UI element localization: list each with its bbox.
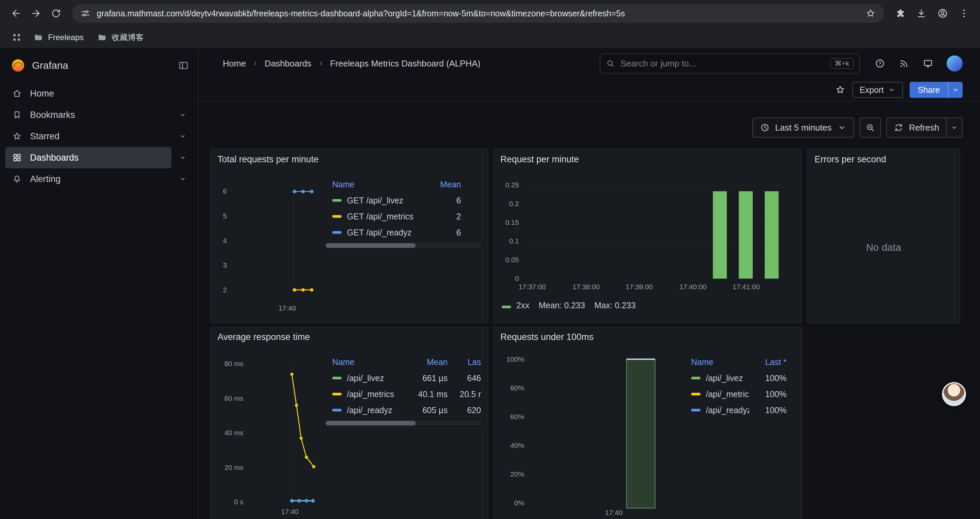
refresh-interval-caret[interactable] — [947, 118, 963, 137]
legend-row[interactable]: /api/_livez 100% — [686, 370, 795, 386]
svg-text:0.05: 0.05 — [505, 256, 519, 263]
legend-row[interactable]: /api/_readyz 605 µs 620 — [326, 402, 481, 418]
sidebar-item-label: Starred — [30, 131, 60, 142]
time-range-picker[interactable]: Last 5 minutes — [752, 118, 854, 137]
back-button[interactable] — [7, 4, 25, 23]
legend-row[interactable]: GET /api/_metrics 2 — [326, 208, 481, 224]
legend-scrollbar[interactable] — [326, 243, 481, 248]
extensions-icon[interactable] — [891, 4, 909, 23]
chevron-down-icon[interactable] — [172, 175, 194, 183]
breadcrumb-separator-icon — [251, 59, 259, 67]
sidebar-item-label: Home — [30, 88, 54, 99]
legend-scrollbar[interactable] — [326, 421, 481, 425]
scrollbar-thumb[interactable] — [326, 243, 415, 248]
url-text: grafana.mathmast.com/d/deytv4rwavabkb/fr… — [97, 9, 865, 18]
zoom-out-button[interactable] — [859, 118, 881, 137]
reload-button[interactable] — [47, 4, 65, 23]
bookmark-star-icon[interactable] — [865, 8, 876, 19]
forward-button[interactable] — [27, 4, 45, 23]
breadcrumb-separator-icon — [317, 59, 325, 67]
chevron-down-icon[interactable] — [172, 153, 194, 162]
panel-title[interactable]: Errors per second — [815, 154, 886, 164]
legend-table: Name Last * /api/_livez 100% /api/_metri… — [686, 354, 795, 418]
search-input[interactable] — [620, 58, 830, 69]
dashboard-canvas: Last 5 minutes Refresh — [199, 102, 980, 519]
sidebar-item-starred[interactable]: Starred — [0, 126, 198, 147]
bookmark-folder-freeleaps[interactable]: Freeleaps — [28, 30, 89, 45]
legend-row[interactable]: GET /api/_readyz 6 — [326, 224, 481, 241]
legend-col-last[interactable]: Las — [453, 357, 481, 367]
legend-inline[interactable]: 2xx Mean: 0.233 Max: 0.233 — [502, 300, 636, 310]
legend-row[interactable]: /api/_metrics 40.1 ms 20.5 r — [326, 386, 481, 402]
svg-text:0: 0 — [515, 275, 519, 282]
user-avatar[interactable] — [947, 56, 963, 72]
breadcrumb-dashboards[interactable]: Dashboards — [264, 58, 311, 69]
site-settings-icon[interactable] — [80, 8, 91, 19]
sidebar-item-alerting[interactable]: Alerting — [0, 168, 198, 190]
legend-col-name[interactable]: Name — [691, 357, 749, 367]
share-button[interactable]: Share — [910, 82, 948, 98]
grafana-app: Grafana Home Bookmarks — [0, 48, 980, 519]
panel-title[interactable]: Request per minute — [500, 154, 579, 164]
folder-icon — [97, 32, 107, 42]
panel-title[interactable]: Total requests per minute — [218, 154, 318, 164]
dock-menu-icon[interactable] — [178, 60, 189, 71]
legend-col-mean[interactable]: Mean — [406, 357, 448, 367]
svg-text:40%: 40% — [510, 442, 524, 449]
svg-text:17:38:00: 17:38:00 — [573, 283, 600, 291]
main-area: Home Dashboards Freeleaps Metrics Dashbo… — [199, 48, 980, 519]
news-rss-icon[interactable] — [899, 58, 909, 69]
assistant-avatar[interactable] — [942, 382, 966, 406]
legend-col-name[interactable]: Name — [332, 357, 406, 367]
svg-text:20%: 20% — [510, 470, 524, 478]
chevron-down-icon[interactable] — [172, 111, 194, 119]
legend-col-last[interactable]: Last * — [749, 357, 786, 367]
sidebar-item-home[interactable]: Home — [0, 83, 198, 104]
panel-title[interactable]: Average response time — [218, 332, 310, 342]
svg-text:17:40: 17:40 — [605, 509, 622, 516]
browser-menu-icon[interactable] — [955, 4, 973, 23]
no-data-message: No data — [808, 242, 959, 253]
svg-text:3: 3 — [223, 261, 227, 269]
clock-icon — [760, 123, 770, 133]
grafana-logo — [11, 58, 25, 73]
profile-icon[interactable] — [933, 4, 952, 23]
breadcrumb-home[interactable]: Home — [223, 58, 246, 69]
legend-row[interactable]: /api/_readyz 100% — [686, 402, 795, 418]
legend-col-name[interactable]: Name — [332, 180, 425, 189]
favorite-star-icon[interactable] — [835, 85, 846, 95]
downloads-icon[interactable] — [912, 4, 931, 23]
legend-row[interactable]: /api/_livez 661 µs 646 — [326, 370, 481, 386]
legend-max: Max: 0.233 — [594, 300, 636, 310]
legend-row[interactable]: /api/_metrics 100% — [686, 386, 795, 402]
search-icon — [606, 59, 615, 68]
search-box[interactable]: ⌘+k — [600, 53, 860, 73]
legend-col-mean[interactable]: Mean — [425, 180, 461, 189]
sidebar-item-dashboards[interactable]: Dashboards — [0, 147, 198, 168]
scrollbar-thumb[interactable] — [326, 421, 415, 425]
home-icon — [12, 88, 22, 99]
address-bar[interactable]: grafana.mathmast.com/d/deytv4rwavabkb/fr… — [72, 4, 884, 23]
apps-grid-icon[interactable] — [8, 29, 25, 46]
browser-toolbar: grafana.mathmast.com/d/deytv4rwavabkb/fr… — [0, 0, 980, 27]
svg-text:17:40: 17:40 — [278, 304, 296, 312]
panel-total-requests: Total requests per minute 6543217:40 Nam… — [210, 149, 488, 323]
panel-average-response-time: Average response time 80 ms60 ms40 ms20 … — [210, 327, 488, 519]
chevron-down-icon[interactable] — [172, 132, 194, 140]
export-button[interactable]: Export — [852, 82, 903, 98]
kiosk-monitor-icon[interactable] — [923, 58, 933, 69]
svg-text:0%: 0% — [514, 499, 524, 507]
svg-text:17:40: 17:40 — [281, 508, 299, 515]
svg-text:0.1: 0.1 — [509, 237, 519, 245]
sidebar-item-bookmarks[interactable]: Bookmarks — [0, 104, 198, 126]
svg-text:6: 6 — [223, 187, 227, 195]
bookmark-folder-blogs[interactable]: 收藏博客 — [92, 30, 149, 45]
series-swatch — [332, 199, 342, 202]
share-menu-caret[interactable] — [948, 82, 963, 98]
panel-title[interactable]: Requests under 100ms — [500, 332, 593, 342]
legend-row[interactable]: GET /api/_livez 6 — [326, 192, 481, 208]
refresh-button[interactable]: Refresh — [886, 118, 947, 137]
legend-mean: Mean: 0.233 — [539, 300, 585, 310]
help-icon[interactable]: ? — [875, 58, 885, 69]
panel-errors-per-second: Errors per second No data — [807, 149, 960, 323]
